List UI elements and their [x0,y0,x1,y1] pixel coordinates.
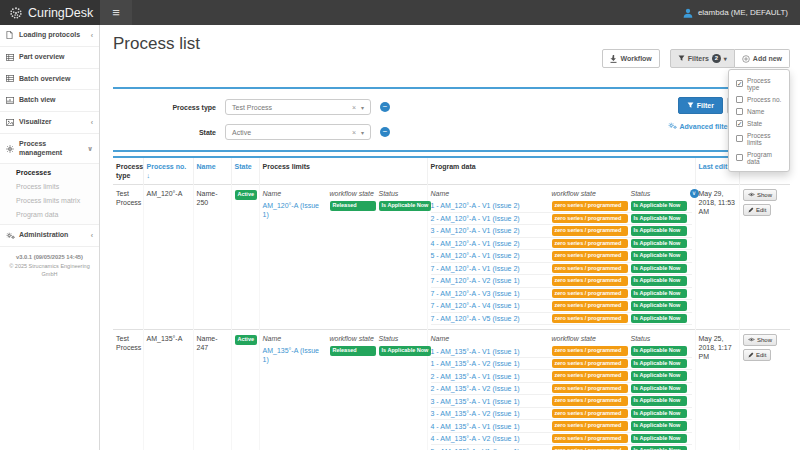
filters-button[interactable]: Filters 2 ▾ [670,49,735,68]
sidebar-item-batch-view[interactable]: Batch view [0,90,99,112]
checkbox-icon[interactable] [736,96,743,103]
status-badge: Is Applicable Now [631,226,687,236]
workflow-state-badge: zero series / programmed [552,251,628,261]
checkbox-icon[interactable] [736,154,743,161]
process-limits-header: Nameworkflow stateStatus [263,334,424,345]
workflow-state-badge: zero series / programmed [552,201,628,211]
filters-dropdown-list: ✓Process typeProcess no.Name✓StateProces… [729,74,789,167]
sidebar-item-administration[interactable]: Administration‹ [0,225,99,247]
filter-option-program-data[interactable]: Program data [729,148,789,167]
sidebar-item-visualizer[interactable]: Visualizer‹ [0,112,99,134]
sidebar-item-label: Part overview [19,53,93,62]
program-data-link[interactable]: 7 - AM_120°-A - V1 (Issue 2) [431,264,549,273]
sidebar-item-label: Batch overview [19,75,93,84]
sidebar-item-label: Visualizer [19,118,87,127]
sidebar-item-batch-overview[interactable]: Batch overview [0,69,99,91]
program-data-link[interactable]: 2 - AM_120°-A - V1 (Issue 2) [431,214,549,223]
program-data-link[interactable]: 7 - AM_120°-A - V2 (Issue 1) [431,276,549,285]
cell-state: Active [231,185,259,330]
filter-option-label: State [747,120,762,127]
program-data-link[interactable]: 3 - AM_135°-A - V1 (Issue 1) [431,397,549,406]
program-data-link[interactable]: 7 - AM_120°-A - V4 (Issue 1) [431,301,549,310]
workflow-button-label: Workflow [620,55,651,62]
checkbox-icon[interactable] [736,135,743,142]
program-data-link[interactable]: 3 - AM_120°-A - V1 (Issue 2) [431,226,549,235]
program-data-link[interactable]: 2 - AM_135°-A - V2 (Issue 1) [431,384,549,393]
column-header-state[interactable]: State [231,157,259,185]
program-data-row: 5 - AM_135°-A - V1 (Issue 1)zero series … [431,445,692,450]
program-data-row: 7 - AM_120°-A - V3 (Issue 1)zero series … [431,288,692,301]
program-data-link[interactable]: 2 - AM_135°-A - V1 (Issue 1) [431,372,549,381]
clear-icon[interactable]: × [352,104,356,111]
sidebar-item-process-limits-matrix[interactable]: Process limits matrix [0,193,99,207]
brand[interactable]: CuringDesk [0,0,100,25]
brand-name: CuringDesk [28,6,93,20]
cell-process-type: Test Process [113,185,143,330]
program-data-link[interactable]: 4 - AM_135°-A - V2 (Issue 1) [431,434,549,443]
filter-option-process-type[interactable]: ✓Process type [729,74,789,93]
program-data-link[interactable]: 7 - AM_120°-A - V3 (Issue 1) [431,289,549,298]
caret-down-icon[interactable]: ▾ [361,129,364,136]
edit-button[interactable]: Edit [743,349,772,361]
filter-select-state[interactable]: Active×▾ [225,124,371,140]
program-data-row: 7 - AM_120°-A - V4 (Issue 1)zero series … [431,300,692,313]
chevron-left-icon: ‹ [91,32,93,39]
program-data-link[interactable]: 1 - AM_135°-A - V1 (Issue 1) [431,347,549,356]
status-badge: Is Applicable Now [631,384,687,394]
collapse-circle-icon[interactable]: ∨ [690,189,699,198]
user-menu[interactable]: elambda (ME, DEFAULT) [683,0,800,25]
clear-icon[interactable]: × [352,129,356,136]
sub-header-label: workflow state [330,334,376,343]
workflow-button[interactable]: Workflow [602,49,659,68]
filter-select-process-type[interactable]: Test Process×▾ [225,99,371,115]
program-data-header: Nameworkflow stateStatus [431,334,692,345]
advanced-filters-link[interactable]: Advanced filters [668,122,734,130]
program-data-row: 5 - AM_120°-A - V1 (Issue 2)zero series … [431,250,692,263]
sidebar-item-program-data[interactable]: Program data [0,207,99,221]
program-data-link[interactable]: 4 - AM_120°-A - V1 (Issue 2) [431,239,549,248]
sidebar-item-process-management[interactable]: Process management∨ [0,134,99,165]
sidebar-item-part-overview[interactable]: Part overview [0,47,99,69]
process-limit-link[interactable]: AM_135°-A (Issue 1) [263,346,327,364]
cell-actions: ShowEdit [739,330,790,450]
sidebar-toggle-button[interactable]: ≡ [100,0,132,25]
filter-button[interactable]: Filter [678,97,723,114]
column-header-name[interactable]: Name [193,157,231,185]
checkbox-icon[interactable]: ✓ [736,120,743,127]
plus-circle-icon [742,55,750,63]
remove-filter-icon[interactable]: − [380,127,390,137]
column-header-process-no[interactable]: Process no. ↓ [143,157,193,185]
sub-header-label: workflow state [552,189,628,198]
process-limit-link[interactable]: AM_120°-A (Issue 1) [263,201,327,219]
caret-down-icon[interactable]: ▾ [361,104,364,111]
filter-option-state[interactable]: ✓State [729,117,789,129]
program-data-link[interactable]: 5 - AM_120°-A - V1 (Issue 2) [431,251,549,260]
show-button[interactable]: Show [743,334,778,346]
program-data-link[interactable]: 7 - AM_120°-A - V5 (Issue 2) [431,314,549,323]
cell-process-no: AM_120°-A [143,185,193,330]
checkbox-icon[interactable] [736,108,743,115]
edit-button-label: Edit [756,207,766,213]
sidebar-item-process-limits[interactable]: Process limits [0,179,99,193]
filter-option-process-no[interactable]: Process no. [729,93,789,105]
edit-button[interactable]: Edit [743,204,772,216]
workflow-state-badge: zero series / programmed [552,214,628,224]
filter-option-process-limits[interactable]: Process limits [729,129,789,148]
workflow-state-badge: zero series / programmed [552,384,628,394]
program-data-link[interactable]: 5 - AM_135°-A - V1 (Issue 1) [431,447,549,450]
program-data-link[interactable]: 4 - AM_135°-A - V1 (Issue 1) [431,422,549,431]
program-data-link[interactable]: 3 - AM_135°-A - V2 (Issue 1) [431,409,549,418]
sidebar-item-processes[interactable]: Processes [0,165,99,179]
checkbox-icon[interactable]: ✓ [736,80,743,87]
program-data-link[interactable]: 1 - AM_135°-A - V2 (Issue 1) [431,359,549,368]
show-button[interactable]: Show [743,189,778,201]
sidebar-item-loading-protocols[interactable]: Loading protocols‹ [0,25,99,47]
add-new-button[interactable]: Add new [735,49,790,68]
filters-dropdown: ✓Process typeProcess no.Name✓StateProces… [728,69,790,172]
remove-filter-icon[interactable]: − [380,102,390,112]
filter-option-name[interactable]: Name [729,105,789,117]
program-data-link[interactable]: 1 - AM_120°-A - V1 (Issue 2) [431,201,549,210]
status-badge: Is Applicable Now [379,346,432,356]
workflow-state-badge: zero series / programmed [552,346,628,356]
status-badge: Is Applicable Now [631,346,687,356]
